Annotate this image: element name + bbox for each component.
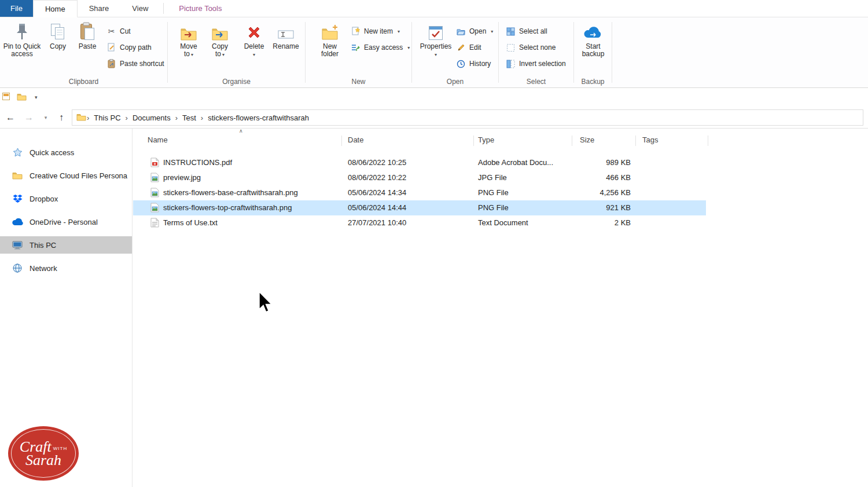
select-none-button[interactable]: Select none	[506, 41, 556, 54]
tab-view[interactable]: View	[120, 0, 160, 17]
paste-shortcut-button[interactable]: Paste shortcut	[106, 57, 164, 71]
new-item-label: New item	[364, 27, 393, 35]
back-button[interactable]: ←	[2, 107, 19, 129]
column-resize-handle[interactable]	[341, 136, 342, 146]
column-resize-handle[interactable]	[572, 136, 572, 146]
copy-label: Copy	[50, 43, 66, 50]
column-header-tags[interactable]: Tags	[642, 133, 658, 147]
file-row-selected[interactable]: stickers-flowers-top-craftwithsarah.png …	[133, 200, 706, 215]
tab-view-label: View	[132, 4, 148, 13]
tab-share[interactable]: Share	[78, 0, 121, 17]
properties-label: Properties	[420, 42, 452, 50]
column-resize-handle[interactable]	[635, 136, 636, 146]
delete-button[interactable]: Delete▾	[241, 20, 267, 75]
column-header-name[interactable]: Name	[148, 133, 168, 147]
breadcrumb-item[interactable]: stickers-flowers-craftwithsarah	[204, 113, 313, 122]
copy-to-button[interactable]: Copy to▾	[205, 20, 235, 75]
chevron-down-icon: ▾	[398, 29, 400, 34]
chevron-down-icon: ▾	[420, 51, 452, 58]
craft-with-sarah-logo: Craft with Sarah	[8, 426, 79, 481]
address-bar: ← → ▾ ↑ › This PC › Documents › Test › s…	[0, 107, 868, 129]
column-header-date[interactable]: Date	[348, 133, 363, 147]
backup-cloud-icon	[582, 20, 604, 41]
breadcrumb-item[interactable]: Documents	[128, 113, 175, 122]
sidebar-item-quick-access[interactable]: Quick access	[0, 144, 132, 161]
delete-label: Delete	[244, 42, 264, 50]
column-header-type[interactable]: Type	[478, 133, 494, 147]
ribbon-group-select: Select all Select none Invert selection …	[499, 17, 573, 87]
up-button[interactable]: ↑	[53, 107, 69, 129]
rename-button[interactable]: Rename	[270, 20, 302, 75]
tab-file[interactable]: File	[0, 0, 33, 17]
new-folder-button[interactable]: New folder	[315, 20, 345, 75]
copy-path-label: Copy path	[120, 43, 152, 52]
file-row[interactable]: stickers-flowers-base-craftwithsarah.png…	[133, 185, 706, 200]
logo-word-with: with	[53, 446, 67, 453]
text-file-icon	[150, 218, 159, 233]
qat-customize-chevron-icon[interactable]: ▾	[35, 94, 38, 100]
pin-to-quick-access-label: Pin to Quick access	[1, 43, 43, 58]
tab-home-label: Home	[45, 5, 65, 13]
tab-picture-tools[interactable]: Picture Tools	[167, 0, 233, 17]
select-all-button[interactable]: Select all	[506, 24, 547, 38]
cut-button[interactable]: ✂ Cut	[106, 24, 131, 38]
copy-to-label: Copy to	[212, 42, 228, 58]
open-label: Open	[469, 27, 486, 35]
window-icon[interactable]	[2, 93, 10, 102]
sidebar-item-dropbox[interactable]: Dropbox	[0, 190, 132, 207]
paste-button[interactable]: Paste	[74, 20, 101, 75]
sidebar-item-this-pc[interactable]: This PC	[0, 236, 132, 254]
edit-button[interactable]: Edit	[456, 41, 481, 54]
sidebar-item-label: Network	[30, 264, 57, 273]
chevron-down-icon: ▾	[222, 52, 225, 57]
pin-icon	[15, 20, 29, 41]
paste-shortcut-icon	[106, 59, 116, 69]
forward-button[interactable]: →	[21, 107, 37, 129]
file-row[interactable]: preview.jpg 08/06/2022 10:22 JPG File 46…	[133, 170, 706, 185]
column-header-size[interactable]: Size	[580, 133, 594, 147]
file-row[interactable]: Terms of Use.txt 27/07/2021 10:40 Text D…	[133, 215, 706, 230]
file-name: INSTRUCTIONS.pdf	[163, 155, 336, 170]
address-box[interactable]: › This PC › Documents › Test › stickers-…	[72, 109, 863, 126]
easy-access-button[interactable]: Easy access ▾	[351, 41, 410, 54]
copy-button[interactable]: Copy	[45, 20, 71, 75]
tab-home[interactable]: Home	[33, 0, 78, 17]
file-name: Terms of Use.txt	[163, 215, 336, 230]
file-type: PNG File	[478, 185, 509, 200]
chevron-down-icon: ▾	[191, 52, 193, 57]
file-explorer-window: { "tabs": { "file": "File", "home": "Hom…	[0, 0, 868, 487]
new-item-icon	[351, 27, 361, 36]
edit-label: Edit	[469, 43, 481, 52]
file-date: 27/07/2021 10:40	[348, 215, 406, 230]
dropbox-icon	[12, 195, 23, 203]
folder-icon[interactable]	[17, 93, 27, 102]
file-date: 05/06/2024 14:44	[348, 200, 406, 215]
new-item-button[interactable]: New item ▾	[351, 24, 400, 38]
copy-path-button[interactable]: Copy path	[106, 41, 152, 54]
move-to-button[interactable]: Move to▾	[174, 20, 204, 75]
sidebar-item-creative-cloud[interactable]: Creative Cloud Files Persona	[0, 167, 132, 184]
computer-icon	[12, 241, 23, 250]
properties-icon	[428, 20, 443, 41]
properties-button[interactable]: Properties▾	[419, 20, 453, 75]
tab-picture-tools-label: Picture Tools	[179, 4, 222, 13]
history-button[interactable]: History	[456, 57, 491, 71]
sidebar-item-network[interactable]: Network	[0, 259, 132, 277]
start-backup-button[interactable]: Start backup	[576, 20, 610, 75]
column-resize-handle[interactable]	[708, 136, 708, 146]
file-row[interactable]: INSTRUCTIONS.pdf 08/06/2022 10:25 Adobe …	[133, 155, 706, 170]
breadcrumb-item[interactable]: Test	[178, 113, 200, 122]
ribbon-group-organise: Move to▾ Copy to▾ Delete▾ Rename Organis…	[168, 17, 305, 87]
file-size: 466 KB	[572, 170, 631, 185]
column-resize-handle[interactable]	[473, 136, 474, 146]
paste-shortcut-label: Paste shortcut	[120, 60, 164, 68]
recent-locations-chevron-icon[interactable]: ▾	[39, 107, 52, 129]
sidebar-item-onedrive[interactable]: OneDrive - Personal	[0, 213, 132, 230]
open-button[interactable]: Open ▾	[456, 24, 493, 38]
history-icon	[456, 59, 466, 69]
breadcrumb-item[interactable]: This PC	[90, 113, 124, 122]
select-all-icon	[506, 27, 516, 36]
pin-to-quick-access-button[interactable]: Pin to Quick access	[1, 20, 43, 75]
invert-selection-button[interactable]: Invert selection	[506, 57, 566, 71]
clipboard-group-label: Clipboard	[0, 78, 167, 86]
